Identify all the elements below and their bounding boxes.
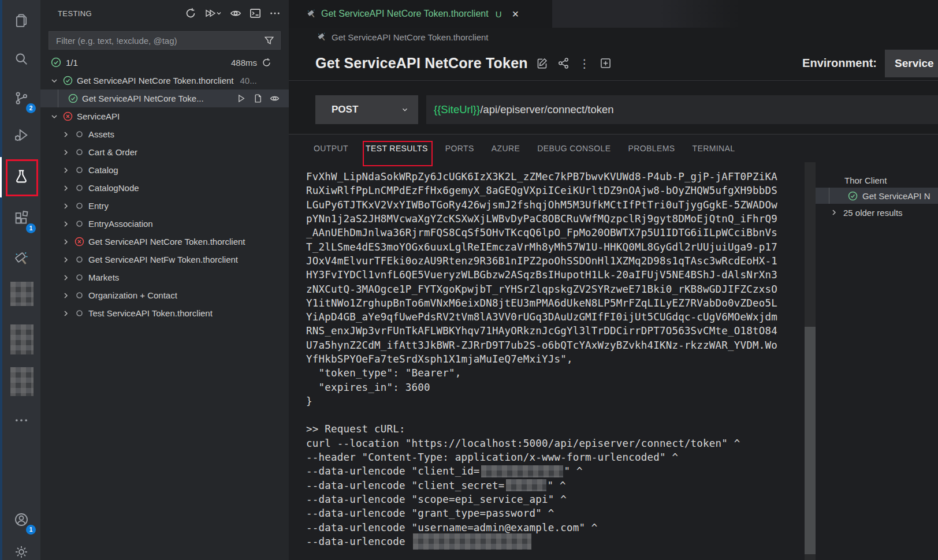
redacted-extension-icon-2[interactable]	[10, 324, 34, 354]
tree-item-label: Catalog	[88, 165, 118, 175]
tab-azure[interactable]: AZURE	[492, 144, 520, 153]
tree-item[interactable]: Get ServiceAPI NetFw Token.thorclient	[40, 251, 289, 268]
refresh-tests-icon[interactable]	[185, 8, 196, 19]
request-title: Get ServiceAPI NetCore Token	[315, 55, 528, 72]
chevron-right-icon[interactable]	[61, 273, 70, 282]
tab-output[interactable]: OUTPUT	[314, 144, 348, 153]
url-input[interactable]: {{SiteUrl}}/api/episerver/connect/token	[426, 95, 938, 124]
thor-client-icon[interactable]	[2, 242, 40, 275]
tree-item[interactable]: Entry	[40, 197, 289, 215]
output-line: FvXhW_LipNdaSokWRpZy6JcUGK6IzX3K2L_zZMec…	[306, 170, 805, 184]
more-options-kebab-icon[interactable]: ⋮	[579, 58, 590, 69]
search-icon[interactable]	[2, 43, 40, 75]
tree-item-label: Assets	[88, 129, 114, 139]
tree-item[interactable]: Get ServiceAPI NetCore Token.thorclient	[40, 233, 289, 251]
chevron-down-icon[interactable]	[50, 112, 59, 121]
explorer-icon[interactable]	[2, 5, 40, 37]
more-actions-icon[interactable]	[269, 8, 281, 19]
chevron-right-icon[interactable]	[61, 219, 70, 229]
editor-tab[interactable]: Get ServiceAPI NetCore Token.thorclient …	[289, 0, 552, 28]
output-line: --data-urlencode "grant_type=password" ^	[306, 506, 805, 520]
chevron-right-icon[interactable]	[61, 237, 70, 247]
tree-item-selected[interactable]: Get ServiceAPI NetCore Toke...	[40, 89, 289, 107]
tree-item[interactable]: Test ServiceAPI Token.thorclient	[40, 304, 289, 322]
method-dropdown[interactable]: POST	[315, 95, 418, 124]
vscode-window: 2 1 1 TESTING	[0, 0, 938, 560]
tree-item[interactable]: Cart & Order	[40, 143, 289, 161]
settings-gear-icon[interactable]	[2, 536, 40, 560]
breadcrumb[interactable]: Get ServiceAPI NetCore Token.thorclient	[289, 28, 938, 46]
open-terminal-icon[interactable]	[250, 8, 261, 19]
tree-item-label: Get ServiceAPI NetCore Token.thorclient	[88, 237, 245, 247]
filter-funnel-icon[interactable]	[264, 35, 274, 46]
chevron-right-icon[interactable]	[61, 291, 70, 300]
tab-ports[interactable]: PORTS	[445, 144, 474, 153]
tree-item[interactable]: EntryAssociation	[40, 215, 289, 233]
source-control-icon[interactable]: 2	[2, 82, 40, 114]
output-line: >> Request cURL:	[306, 422, 805, 436]
tree-item-label: Organization + Contact	[88, 290, 177, 300]
chevron-right-icon[interactable]	[61, 166, 70, 175]
results-panel-title: Thor Client	[816, 173, 938, 188]
current-result-item[interactable]: Get ServiceAPI N	[816, 188, 938, 204]
run-all-tests-icon[interactable]	[204, 8, 222, 19]
test-filter-input[interactable]: Filter (e.g. text, !exclude, @tag)	[49, 31, 281, 50]
redacted-password	[413, 533, 531, 550]
test-output[interactable]: FvXhW_LipNdaSokWRpZy6JcUGK6IzX3K2L_zZMec…	[289, 162, 805, 560]
tree-item[interactable]: Catalog	[40, 161, 289, 179]
extensions-icon[interactable]: 1	[2, 202, 40, 234]
output-line: YfHkbSPYOeFa7teSrdXsph1X1mjaMuIeQ7eMxiYJ…	[306, 352, 805, 366]
output-line: --data-urlencode "username=admin@example…	[306, 520, 805, 534]
share-icon[interactable]	[557, 57, 570, 69]
tree-item-label: Test ServiceAPI Token.thorclient	[88, 308, 213, 318]
chevron-down-icon	[401, 106, 409, 114]
output-scrollbar[interactable]	[805, 162, 816, 560]
scrollbar-thumb[interactable]	[805, 327, 816, 554]
output-line-redacted: --data-urlencode "client_secret=" ^	[306, 479, 805, 492]
output-line: curl --location "https://localhost:5000/…	[306, 436, 805, 450]
tab-problems[interactable]: PROBLEMS	[628, 144, 675, 153]
environment-select[interactable]: Service	[885, 50, 938, 77]
test-idle-circle-icon	[75, 147, 84, 157]
activity-bar: 2 1 1	[0, 0, 40, 560]
request-bar: POST {{SiteUrl}}/api/episerver/connect/t…	[289, 81, 938, 134]
tree-item[interactable]: Markets	[40, 268, 289, 286]
tree-item[interactable]: Assets	[40, 125, 289, 143]
show-output-eye-icon[interactable]	[230, 8, 241, 19]
run-test-icon[interactable]	[236, 94, 246, 103]
method-value: POST	[332, 104, 401, 115]
chevron-right-icon[interactable]	[61, 201, 70, 211]
redacted-extension-icon-1[interactable]	[10, 282, 34, 306]
chevron-right-icon[interactable]	[61, 130, 70, 139]
close-tab-icon[interactable]: ×	[512, 8, 519, 21]
chevron-down-icon[interactable]	[50, 76, 59, 85]
account-icon[interactable]: 1	[2, 503, 40, 536]
redacted-extension-icon-3[interactable]	[10, 367, 34, 396]
output-line: T_2lLSme4dES3moYOGx6uuxLglReIEmczaVrMh8y…	[306, 240, 805, 253]
chevron-right-icon[interactable]	[61, 255, 70, 264]
tree-item[interactable]: Get ServiceAPI NetCore Token.thorclient …	[40, 72, 289, 89]
tab-label: Get ServiceAPI NetCore Token.thorclient	[321, 9, 489, 19]
chevron-right-icon[interactable]	[61, 184, 70, 193]
rerun-icon[interactable]	[262, 58, 271, 68]
output-line: U7a5hynZ2CdM_ifAtt3JkBWR-ZJRrD9T7ub2S-o6…	[306, 338, 805, 352]
output-line: HY3FvIYDCl1vnfL6QE5VueryzWLBGbzw2ASqzBsI…	[306, 268, 805, 282]
test-idle-circle-icon	[75, 308, 84, 318]
edit-request-icon[interactable]	[536, 57, 548, 69]
redacted-client-id	[481, 465, 563, 477]
tree-item[interactable]: Organization + Contact	[40, 286, 289, 304]
more-views-icon[interactable]	[2, 404, 40, 436]
tree-item[interactable]: CatalogNode	[40, 179, 289, 197]
chevron-right-icon[interactable]	[61, 148, 70, 157]
chevron-right-icon[interactable]	[61, 309, 70, 318]
peek-output-eye-icon[interactable]	[270, 94, 280, 103]
run-debug-icon[interactable]	[2, 119, 40, 151]
pass-check-icon	[63, 76, 73, 85]
tree-item[interactable]: ServiceAPI	[40, 107, 289, 125]
new-request-icon[interactable]	[600, 57, 612, 69]
go-to-test-icon[interactable]	[253, 94, 263, 103]
output-line: pYNn1j2aS2JH8MVcwaXgYZcKSXwXjLWBvDyPaC8O…	[306, 212, 805, 226]
tab-debug-console[interactable]: DEBUG CONSOLE	[537, 144, 611, 153]
tab-terminal[interactable]: TERMINAL	[692, 144, 735, 153]
older-results-item[interactable]: 25 older results	[816, 204, 938, 221]
